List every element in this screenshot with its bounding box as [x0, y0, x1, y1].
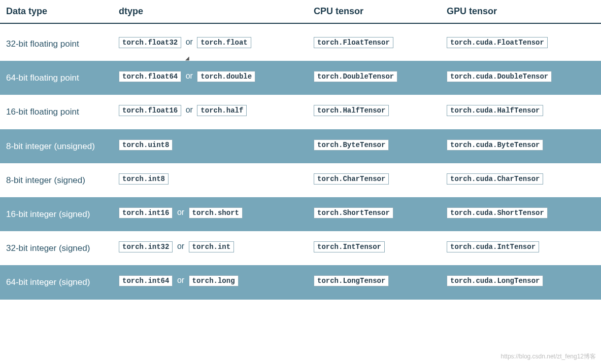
gpu-cell: torch.cuda.DoubleTensor — [447, 71, 589, 82]
table-row: 16-bit floating point torch.float16 or t… — [0, 95, 601, 129]
dtype-cell: torch.int64 or torch.long — [119, 275, 314, 286]
dtype-code: torch.uint8 — [119, 139, 173, 151]
gpu-tensor-code: torch.cuda.FloatTensor — [447, 37, 548, 48]
cpu-tensor-code: torch.HalfTensor — [314, 105, 389, 116]
gpu-tensor-code: torch.cuda.ShortTensor — [447, 207, 548, 219]
gpu-cell: torch.cuda.CharTensor — [447, 173, 589, 185]
or-text: or — [177, 242, 184, 251]
header-gpu-tensor: GPU tensor — [447, 6, 589, 17]
table-header-row: Data type dtype CPU tensor GPU tensor — [0, 0, 601, 24]
or-text: or — [186, 38, 193, 47]
dtype-code: torch.float16 — [119, 105, 181, 116]
header-cpu-tensor: CPU tensor — [314, 6, 447, 17]
cpu-tensor-code: torch.CharTensor — [314, 173, 389, 185]
cpu-cell: torch.IntTensor — [314, 241, 447, 252]
table-row: 64-bit floating point torch.float64 or t… — [0, 61, 601, 95]
cpu-tensor-code: torch.ShortTensor — [314, 207, 393, 219]
dtype-cell: torch.uint8 — [119, 139, 314, 151]
gpu-cell: torch.cuda.ShortTensor — [447, 207, 589, 219]
data-type-label: 32-bit floating point — [6, 37, 119, 51]
dtype-cell: torch.float32 or torch.float — [119, 37, 314, 48]
dtype-alt-code: torch.long — [189, 275, 239, 286]
cpu-cell: torch.LongTensor — [314, 275, 447, 286]
data-type-label: 16-bit floating point — [6, 105, 119, 119]
cpu-tensor-code: torch.LongTensor — [314, 275, 389, 286]
dtype-alt-code: torch.double — [197, 71, 255, 82]
cpu-tensor-code: torch.FloatTensor — [314, 37, 393, 48]
gpu-tensor-code: torch.cuda.CharTensor — [447, 173, 543, 185]
tensor-types-table: Data type dtype CPU tensor GPU tensor 32… — [0, 0, 601, 300]
cpu-tensor-code: torch.ByteTensor — [314, 139, 389, 151]
cpu-cell: torch.CharTensor — [314, 173, 447, 185]
header-data-type: Data type — [6, 6, 119, 17]
data-type-label: 16-bit integer (signed) — [6, 207, 119, 221]
data-type-label: 32-bit integer (signed) — [6, 241, 119, 255]
dtype-code: torch.int16 — [119, 207, 173, 219]
gpu-cell: torch.cuda.HalfTensor — [447, 105, 589, 116]
gpu-cell: torch.cuda.FloatTensor — [447, 37, 589, 48]
gpu-tensor-code: torch.cuda.ByteTensor — [447, 139, 543, 151]
dtype-cell: torch.int32 or torch.int — [119, 241, 314, 252]
data-type-label: 8-bit integer (unsigned) — [6, 139, 119, 153]
cpu-cell: torch.FloatTensor — [314, 37, 447, 48]
data-type-label: 8-bit integer (signed) — [6, 173, 119, 187]
dtype-alt-code: torch.float — [197, 37, 251, 48]
header-dtype: dtype — [119, 6, 314, 17]
gpu-cell: torch.cuda.LongTensor — [447, 275, 589, 286]
gpu-cell: torch.cuda.ByteTensor — [447, 139, 589, 151]
dtype-cell: torch.float16 or torch.half — [119, 105, 314, 116]
dtype-cell: torch.int16 or torch.short — [119, 207, 314, 219]
dtype-alt-code: torch.half — [197, 105, 247, 116]
cpu-cell: torch.ByteTensor — [314, 139, 447, 151]
dtype-code: torch.int8 — [119, 173, 169, 185]
dtype-code: torch.float32 — [119, 37, 181, 48]
or-text: or — [177, 276, 184, 285]
data-type-label: 64-bit floating point — [6, 71, 119, 85]
dtype-alt-code: torch.short — [189, 207, 243, 219]
or-text: or — [186, 105, 193, 115]
gpu-cell: torch.cuda.IntTensor — [447, 241, 589, 252]
data-type-label: 64-bit integer (signed) — [6, 275, 119, 289]
or-text: or — [177, 208, 184, 217]
cpu-tensor-code: torch.IntTensor — [314, 241, 385, 252]
dtype-code: torch.int64 — [119, 275, 173, 286]
dtype-code: torch.float64 — [119, 71, 181, 82]
cpu-cell: torch.DoubleTensor — [314, 71, 447, 82]
table-body: 32-bit floating point torch.float32 or t… — [0, 24, 601, 300]
table-row: 16-bit integer (signed) torch.int16 or t… — [0, 197, 601, 231]
dtype-cell: torch.float64 or torch.double — [119, 71, 314, 82]
table-row: 32-bit integer (signed) torch.int32 or t… — [0, 231, 601, 265]
cpu-cell: torch.ShortTensor — [314, 207, 447, 219]
table-row: 8-bit integer (signed) torch.int8 torch.… — [0, 163, 601, 197]
gpu-tensor-code: torch.cuda.DoubleTensor — [447, 71, 552, 82]
gpu-tensor-code: torch.cuda.HalfTensor — [447, 105, 543, 116]
table-row: 64-bit integer (signed) torch.int64 or t… — [0, 265, 601, 299]
cpu-tensor-code: torch.DoubleTensor — [314, 71, 397, 82]
table-row: 32-bit floating point torch.float32 or t… — [0, 24, 601, 61]
dtype-cell: torch.int8 — [119, 173, 314, 185]
dtype-alt-code: torch.int — [189, 241, 235, 252]
cpu-cell: torch.HalfTensor — [314, 105, 447, 116]
gpu-tensor-code: torch.cuda.IntTensor — [447, 241, 539, 252]
or-text: or — [186, 71, 193, 81]
dtype-code: torch.int32 — [119, 241, 173, 252]
gpu-tensor-code: torch.cuda.LongTensor — [447, 275, 543, 286]
table-row: 8-bit integer (unsigned) torch.uint8 tor… — [0, 129, 601, 163]
